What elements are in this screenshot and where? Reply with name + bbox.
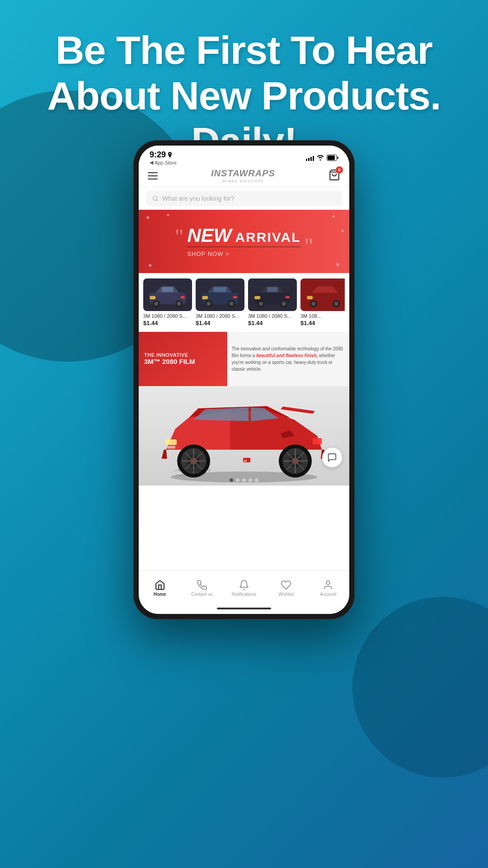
logo-main-text: INSTAWRAPS: [158, 168, 328, 179]
svg-text:H: H: [244, 459, 247, 463]
svg-rect-34: [307, 296, 313, 299]
cart-badge: 0: [336, 166, 343, 174]
svg-rect-10: [150, 296, 155, 299]
carousel-dot-4[interactable]: [249, 478, 252, 482]
svg-rect-9: [162, 287, 173, 292]
car-svg: [143, 278, 192, 311]
nav-account[interactable]: Account: [307, 580, 349, 597]
carousel-dot-5[interactable]: [255, 478, 258, 482]
svg-rect-19: [233, 296, 237, 298]
carousel-dot-3[interactable]: [242, 478, 246, 482]
svg-rect-17: [214, 287, 227, 292]
bell-icon: [239, 580, 249, 590]
svg-rect-38: [313, 438, 322, 444]
phone-shell: 9:29 ◀ App Store: [133, 140, 355, 619]
chat-button[interactable]: [322, 448, 342, 467]
home-icon: [155, 580, 165, 590]
product-image: [196, 278, 244, 311]
user-icon: [323, 580, 333, 590]
phone-screen: 9:29 ◀ App Store: [139, 146, 349, 614]
status-bar: 9:29 ◀ App Store: [139, 146, 349, 165]
banner-arrival-text: ARRIVAL: [235, 231, 300, 244]
search-section: What are you looking for?: [139, 187, 349, 210]
promo-banner[interactable]: THE INNOVATIVE 3M™ 2080 FILM The innovat…: [139, 332, 349, 386]
product-price: $1.44: [143, 320, 192, 326]
heart-icon: [281, 580, 291, 590]
app-header: INSTAWRAPS wraps solutions 0: [139, 165, 349, 187]
products-row: 3M 1080 / 2080 S... $1.44: [143, 278, 345, 326]
showcase-background: H INSTAWRAPS wraps solutions: [139, 386, 349, 486]
product-name: 3M 1080 / 2080 S...: [248, 313, 297, 319]
svg-rect-11: [181, 296, 185, 298]
car-svg-3: [248, 278, 297, 311]
nav-home[interactable]: Home: [139, 580, 181, 597]
nav-notifications[interactable]: Notifications: [223, 580, 265, 597]
hamburger-menu[interactable]: [148, 172, 158, 179]
home-bar: [217, 608, 271, 609]
search-input-wrapper[interactable]: What are you looking for?: [146, 191, 342, 206]
svg-point-22: [259, 302, 263, 306]
app-logo: INSTAWRAPS wraps solutions: [158, 168, 328, 183]
wifi-icon: [317, 155, 324, 160]
banner-inner: ★ ✦ ★ ✦ ★ ✦ " NEW ARRIVAL: [139, 210, 349, 273]
svg-rect-1: [328, 156, 335, 160]
nav-notifications-label: Notifications: [232, 592, 256, 597]
promo-subtitle: THE INNOVATIVE: [144, 352, 222, 358]
status-icons: [306, 155, 338, 161]
product-card[interactable]: 3M 1080 / 2080 S... $1.44: [248, 278, 297, 326]
svg-text:INSTAWRAPS: INSTAWRAPS: [175, 468, 211, 472]
nav-wishlist[interactable]: Wishlist: [265, 580, 307, 597]
svg-rect-27: [286, 296, 290, 298]
quote-right: ": [305, 235, 314, 257]
signal-icon: [306, 155, 314, 161]
promo-left: THE INNOVATIVE 3M™ 2080 FILM: [139, 332, 227, 386]
battery-icon: [327, 155, 338, 161]
svg-point-59: [326, 581, 330, 585]
bottom-nav: Home Contact us Notifications: [139, 571, 349, 603]
carousel-dot-1[interactable]: [230, 478, 233, 482]
svg-text:wraps solutions: wraps solutions: [175, 474, 201, 476]
svg-point-24: [282, 302, 286, 306]
search-icon: [152, 195, 159, 202]
banner-shop-now: SHOP NOW >: [187, 250, 229, 257]
car-svg-2: [196, 278, 244, 311]
nav-contact[interactable]: Contact us: [181, 580, 223, 597]
svg-rect-37: [167, 446, 175, 448]
app-content: ★ ✦ ★ ✦ ★ ✦ " NEW ARRIVAL: [139, 210, 349, 571]
nav-wishlist-label: Wishlist: [278, 592, 294, 597]
product-price: $1.44: [196, 320, 244, 326]
phone-mockup: 9:29 ◀ App Store: [133, 140, 355, 619]
carousel-dots: [230, 478, 258, 482]
carousel-dot-2[interactable]: [236, 478, 239, 482]
phone-icon: [197, 580, 207, 590]
svg-point-32: [334, 302, 338, 306]
banner-new-text: NEW: [187, 226, 231, 245]
status-left: 9:29 ◀ App Store: [150, 150, 177, 165]
product-name: 3M 108...: [300, 313, 345, 319]
product-card[interactable]: 3M 108... $1.44: [300, 278, 345, 326]
quote-left: ": [175, 226, 184, 248]
svg-point-14: [206, 302, 211, 306]
promo-right: The innovative and conformable technolog…: [227, 332, 349, 386]
cart-button[interactable]: 0: [328, 169, 340, 183]
showcase-car-svg: H INSTAWRAPS wraps solutions: [139, 386, 349, 486]
bg-circle-2: [352, 597, 488, 778]
back-to-store[interactable]: ◀ App Store: [150, 160, 177, 165]
product-price: $1.44: [248, 320, 297, 326]
location-icon: [168, 152, 172, 158]
search-placeholder: What are you looking for?: [162, 195, 235, 202]
svg-rect-18: [202, 296, 208, 299]
product-price: $1.44: [300, 320, 345, 326]
new-arrival-banner[interactable]: ★ ✦ ★ ✦ ★ ✦ " NEW ARRIVAL: [139, 210, 349, 273]
product-card[interactable]: 3M 1080 / 2080 S... $1.44: [196, 278, 244, 326]
nav-home-label: Home: [154, 592, 166, 597]
promo-description: The innovative and conformable technolog…: [232, 345, 345, 373]
home-indicator: [139, 603, 349, 614]
svg-rect-25: [267, 287, 277, 292]
svg-point-8: [177, 302, 181, 306]
svg-point-6: [154, 302, 158, 306]
product-card[interactable]: 3M 1080 / 2080 S... $1.44: [143, 278, 192, 326]
svg-rect-26: [254, 296, 260, 299]
svg-point-30: [311, 302, 315, 306]
product-image: [248, 278, 297, 311]
